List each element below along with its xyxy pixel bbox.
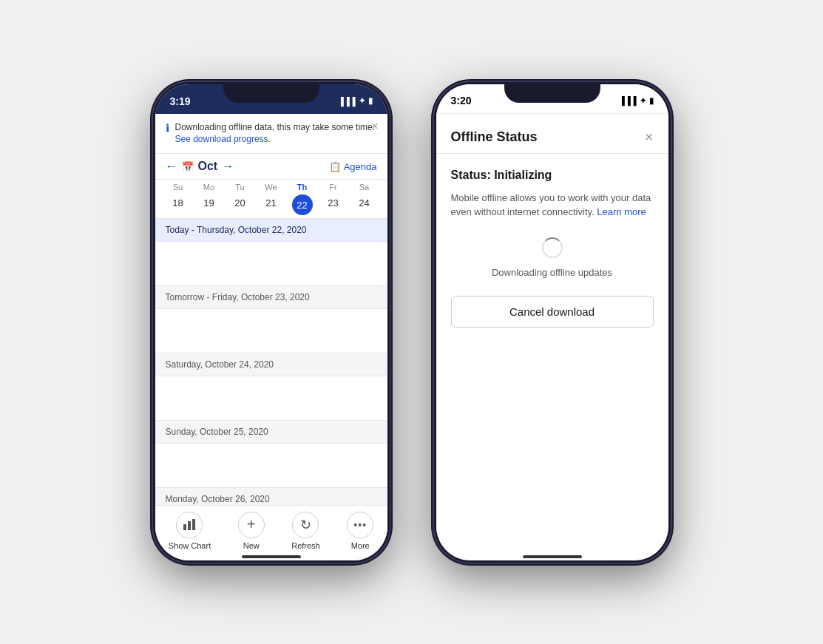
signal-icon: ▐▐▐: [338, 97, 355, 106]
svg-rect-2: [192, 519, 195, 530]
offline-modal: Offline Status × Status: Initializing Mo…: [436, 114, 668, 342]
see-progress-link[interactable]: See download progress.: [175, 134, 271, 144]
day-19[interactable]: 19: [194, 194, 225, 215]
new-button[interactable]: + New: [238, 512, 265, 550]
modal-close-button[interactable]: ×: [645, 129, 654, 146]
phone-2: 3:20 ▐▐▐ ✦ ▮ Offline Status × Status: In…: [434, 82, 671, 563]
downloading-text: Downloading offline updates: [492, 267, 612, 278]
agenda-empty-sun: [155, 444, 387, 488]
svg-rect-0: [183, 524, 186, 530]
day-21[interactable]: 21: [256, 194, 287, 215]
refresh-label: Refresh: [291, 541, 320, 550]
prev-month-button[interactable]: ←: [166, 160, 177, 173]
battery-icon-2: ▮: [649, 96, 654, 106]
agenda-empty-fri: [155, 309, 387, 353]
day-22-today[interactable]: 22: [292, 194, 313, 215]
status-label: Status: Initializing: [451, 169, 654, 182]
show-chart-icon: [176, 512, 203, 538]
agenda-list: Today - Thursday, October 22, 2020 Tomor…: [155, 219, 387, 504]
notification-close-button[interactable]: ×: [371, 120, 378, 133]
day-23[interactable]: 23: [318, 194, 349, 215]
status-description: Mobile offline allows you to work with y…: [451, 191, 654, 220]
show-chart-label: Show Chart: [169, 541, 211, 550]
agenda-empty-today: [155, 242, 387, 286]
day-header-we: We: [256, 183, 287, 191]
agenda-view-button[interactable]: 📋 Agenda: [329, 161, 377, 172]
calendar-header: ← 📅 Oct → 📋 Agenda: [155, 154, 387, 180]
clock-1: 3:19: [170, 95, 191, 107]
battery-icon: ▮: [368, 96, 373, 106]
new-label: New: [243, 541, 260, 550]
month-label: Oct: [198, 160, 218, 173]
phone-1-screen: 3:19 ▐▐▐ ✦ ▮ ℹ Downloading offline data,…: [155, 84, 387, 560]
notification-message: Downloading offline data, this may take …: [175, 122, 376, 132]
notification-text: Downloading offline data, this may take …: [175, 121, 377, 146]
day-header-th: Th: [287, 183, 318, 191]
next-month-button[interactable]: →: [222, 160, 234, 173]
loading-spinner: [542, 237, 563, 258]
cal-nav: ← 📅 Oct →: [166, 160, 234, 173]
cancel-download-button[interactable]: Cancel download: [451, 296, 654, 328]
phone-2-screen: 3:20 ▐▐▐ ✦ ▮ Offline Status × Status: In…: [436, 84, 668, 560]
home-indicator-2: [523, 555, 582, 558]
day-header-mo: Mo: [194, 183, 225, 191]
modal-body: Status: Initializing Mobile offline allo…: [436, 154, 668, 342]
day-header-su: Su: [163, 183, 194, 191]
spinner-area: Downloading offline updates: [451, 237, 654, 278]
day-headers: Su Mo Tu We Th Fr Sa: [163, 183, 380, 191]
status-bar-2: 3:20 ▐▐▐ ✦ ▮: [436, 84, 668, 114]
day-20[interactable]: 20: [225, 194, 256, 215]
agenda-header-sat: Saturday, October 24, 2020: [155, 353, 387, 376]
status-icons-1: ▐▐▐ ✦ ▮: [338, 96, 372, 106]
wifi-icon: ✦: [359, 96, 365, 106]
signal-icon-2: ▐▐▐: [619, 96, 636, 105]
agenda-header-fri: Tomorrow - Friday, October 23, 2020: [155, 286, 387, 309]
status-icons-2: ▐▐▐ ✦ ▮: [619, 96, 653, 106]
refresh-icon: ↻: [292, 512, 319, 538]
day-header-fr: Fr: [318, 183, 349, 191]
modal-header: Offline Status ×: [436, 114, 668, 154]
agenda-header-sun: Sunday, October 25, 2020: [155, 421, 387, 444]
new-icon: +: [238, 512, 265, 538]
more-label: More: [351, 541, 370, 550]
screen-inner-1: ℹ Downloading offline data, this may tak…: [155, 114, 387, 560]
clock-2: 3:20: [451, 95, 472, 106]
notification-banner: ℹ Downloading offline data, this may tak…: [155, 114, 387, 155]
agenda-empty-sat: [155, 376, 387, 421]
bottom-toolbar: Show Chart + New ↻ Refresh ••• More: [155, 505, 387, 560]
day-header-sa: Sa: [349, 183, 380, 191]
more-icon: •••: [347, 512, 373, 538]
calendar-grid: Su Mo Tu We Th Fr Sa 18 19 20 21 22 23 2…: [155, 180, 387, 219]
more-button[interactable]: ••• More: [347, 512, 373, 550]
calendar-icon: 📅: [182, 161, 194, 172]
learn-more-link[interactable]: Learn more: [597, 206, 646, 217]
modal-title: Offline Status: [451, 129, 538, 145]
agenda-header-today: Today - Thursday, October 22, 2020: [155, 219, 387, 242]
info-icon: ℹ: [166, 122, 169, 134]
home-indicator-1: [242, 555, 301, 558]
day-row: 18 19 20 21 22 23 24: [163, 194, 380, 215]
svg-rect-1: [188, 521, 191, 530]
day-24[interactable]: 24: [349, 194, 380, 215]
agenda-label: Agenda: [344, 161, 377, 172]
refresh-button[interactable]: ↻ Refresh: [291, 512, 320, 550]
show-chart-button[interactable]: Show Chart: [169, 512, 211, 550]
wifi-icon-2: ✦: [640, 96, 646, 106]
day-18[interactable]: 18: [163, 194, 194, 215]
agenda-icon: 📋: [329, 161, 341, 172]
phone-1: 3:19 ▐▐▐ ✦ ▮ ℹ Downloading offline data,…: [153, 82, 390, 563]
day-header-tu: Tu: [225, 183, 256, 191]
agenda-header-mon: Monday, October 26, 2020: [155, 488, 387, 504]
status-bar-1: 3:19 ▐▐▐ ✦ ▮: [155, 84, 387, 114]
